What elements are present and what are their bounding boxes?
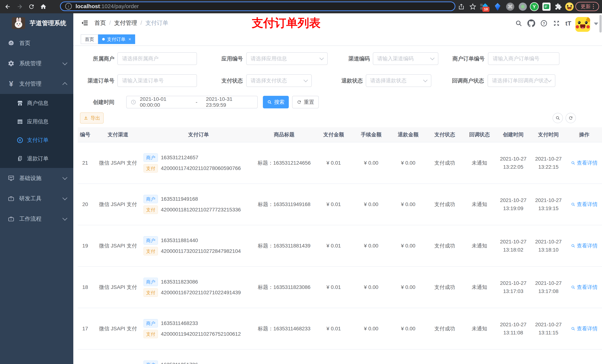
breadcrumb-section[interactable]: 支付管理 bbox=[114, 19, 137, 27]
sidebar-item-pay-order[interactable]: ¥ 支付订单 bbox=[0, 131, 73, 149]
browser-update-button[interactable]: 更新 bbox=[575, 2, 599, 11]
merchant-order-no-input[interactable] bbox=[488, 52, 559, 65]
browser-home-icon[interactable] bbox=[39, 3, 47, 11]
view-detail-link[interactable]: 查看详情 bbox=[571, 201, 598, 208]
col-header: 支付渠道 bbox=[108, 132, 129, 137]
refresh-table-button[interactable] bbox=[566, 113, 576, 123]
table-row: 20 微信 JSAPI 支付 商户1635311949168 支付4200001… bbox=[78, 184, 602, 225]
sidebar-item-merchant-info[interactable]: 商户信息 bbox=[0, 94, 73, 113]
sidebar-item-app-info[interactable]: 应用信息 bbox=[0, 113, 73, 131]
app-select[interactable]: 请选择应用信息 bbox=[246, 52, 328, 65]
col-header: 商品标题 bbox=[274, 132, 294, 137]
github-icon[interactable] bbox=[527, 19, 536, 28]
col-header: 手续金额 bbox=[361, 132, 382, 137]
pay-tag: 支付 bbox=[143, 288, 158, 297]
search-icon bbox=[571, 161, 575, 165]
yen-icon: ¥ bbox=[7, 80, 15, 87]
browser-back-icon[interactable] bbox=[4, 3, 12, 11]
breadcrumb-home[interactable]: 首页 bbox=[94, 19, 106, 27]
sidebar-item-label: 退款订单 bbox=[27, 155, 49, 162]
pay-status-select[interactable]: 请选择支付状态 bbox=[246, 74, 312, 87]
extensions-puzzle-icon[interactable] bbox=[554, 2, 563, 11]
sidebar-item-label: 应用信息 bbox=[27, 118, 49, 125]
font-size-icon[interactable]: tT bbox=[564, 19, 573, 28]
view-detail-link[interactable]: 查看详情 bbox=[571, 159, 598, 166]
refund-status-select[interactable]: 请选择退款状态 bbox=[366, 74, 431, 87]
extension-balloon-icon[interactable] bbox=[493, 2, 502, 11]
bookmark-star-icon[interactable] bbox=[469, 3, 477, 11]
brand-title: 芋道管理系统 bbox=[30, 19, 66, 27]
reset-button[interactable]: 重置 bbox=[292, 96, 319, 108]
sidebar-item-payment[interactable]: ¥ 支付管理 bbox=[0, 74, 73, 94]
close-icon[interactable]: × bbox=[129, 37, 131, 42]
filter-label: 创建时间 bbox=[73, 96, 114, 108]
sidebar-item-label: 工作流程 bbox=[19, 215, 42, 223]
share-icon[interactable] bbox=[457, 3, 465, 11]
extension-raindrop-icon[interactable]: 10 bbox=[479, 2, 488, 11]
chevron-down-icon bbox=[62, 216, 67, 221]
view-detail-link[interactable]: 查看详情 bbox=[571, 242, 598, 249]
breadcrumb: 首页 / 支付管理 / 支付订单 bbox=[94, 13, 168, 32]
extension-command-icon[interactable]: ⌘ bbox=[506, 2, 515, 11]
filter-label: 渠道编码 bbox=[325, 52, 370, 65]
tab-pay-order[interactable]: 支付订单 × bbox=[98, 34, 135, 44]
browser-forward-icon[interactable] bbox=[16, 3, 24, 11]
chevron-down-icon bbox=[303, 78, 308, 82]
orders-table: 编号 支付渠道 支付订单 商品标题 支付金额 手续金额 退款金额 支付状态 回调… bbox=[78, 127, 602, 364]
channel-order-no-input[interactable] bbox=[117, 74, 197, 87]
site-info-icon[interactable]: i bbox=[65, 3, 72, 10]
brand-logo-rabbit bbox=[12, 17, 25, 29]
sidebar-item-refund-order[interactable]: 退款订单 bbox=[0, 149, 73, 168]
browser-menu-icon[interactable] bbox=[593, 4, 594, 9]
col-header: 退款金额 bbox=[398, 132, 419, 137]
table-row: 17 微信 JSAPI 支付 商户1635311468233 支付4200001… bbox=[78, 308, 602, 349]
help-icon[interactable]: ? bbox=[539, 19, 548, 28]
avatar-dropdown-caret[interactable] bbox=[594, 22, 598, 25]
sidebar-item-dev-tools[interactable]: 研发工具 bbox=[0, 188, 73, 209]
export-button[interactable]: 导出 bbox=[80, 113, 104, 124]
search-icon bbox=[267, 100, 272, 104]
view-detail-link[interactable]: 查看详情 bbox=[571, 284, 598, 291]
extension-chat-icon[interactable] bbox=[542, 2, 551, 11]
browser-reload-icon[interactable] bbox=[27, 3, 35, 11]
user-avatar[interactable] bbox=[575, 17, 590, 32]
payment-submenu: 商户信息 应用信息 ¥ 支付订单 退款订单 bbox=[0, 94, 73, 168]
chevron-down-icon bbox=[62, 195, 67, 200]
pay-tag: 支付 bbox=[143, 330, 158, 338]
merchant-tag: 商户 bbox=[143, 153, 158, 162]
yen-circle-icon: ¥ bbox=[16, 137, 24, 144]
header-search-icon[interactable] bbox=[514, 19, 523, 28]
notify-status-select[interactable]: 请选择订单回调商户状态 bbox=[488, 74, 555, 87]
merchant-tag: 商户 bbox=[143, 319, 158, 328]
view-detail-link[interactable]: 查看详情 bbox=[571, 325, 598, 332]
page-scrollbar[interactable] bbox=[599, 15, 602, 32]
table-row-partial: 商户1635311251736 bbox=[78, 349, 602, 364]
tags-view-bar: 首页 支付订单 × bbox=[73, 32, 602, 46]
create-time-range-picker[interactable]: 2021-10-01 00:00:00 - 2021-10-31 23:59:5… bbox=[126, 96, 258, 108]
extension-gray-green-icon[interactable] bbox=[518, 2, 527, 11]
briefcase-icon bbox=[7, 216, 15, 222]
download-icon bbox=[84, 116, 88, 120]
sidebar-item-label: 支付管理 bbox=[19, 80, 42, 88]
toggle-search-button[interactable] bbox=[553, 113, 563, 123]
hamburger-fold-icon[interactable] bbox=[81, 19, 88, 27]
search-icon bbox=[571, 244, 575, 248]
search-icon bbox=[571, 202, 575, 207]
channel-code-select[interactable]: 请输入渠道编码 bbox=[373, 52, 438, 65]
sidebar-item-infrastructure[interactable]: 基础设施 bbox=[0, 168, 73, 188]
merchant-input[interactable] bbox=[117, 52, 197, 65]
svg-text:¥: ¥ bbox=[19, 138, 21, 142]
dashboard-icon bbox=[7, 40, 15, 46]
tab-home[interactable]: 首页 bbox=[81, 34, 98, 44]
extension-y-icon[interactable]: Y bbox=[530, 2, 539, 11]
col-header: 支付金额 bbox=[323, 132, 344, 137]
fullscreen-icon[interactable] bbox=[552, 19, 561, 28]
browser-profile-avatar[interactable] bbox=[565, 2, 574, 11]
filter-label: 支付状态 bbox=[198, 74, 243, 87]
sidebar-item-system[interactable]: 系统管理 bbox=[0, 53, 73, 74]
table-header-row: 编号 支付渠道 支付订单 商品标题 支付金额 手续金额 退款金额 支付状态 回调… bbox=[78, 127, 602, 142]
sidebar-item-workflow[interactable]: 工作流程 bbox=[0, 209, 73, 229]
sidebar-item-home[interactable]: 首页 bbox=[0, 33, 73, 53]
address-bar[interactable]: i localhost:1024/pay/order bbox=[60, 1, 455, 11]
search-button[interactable]: 搜索 bbox=[263, 96, 289, 108]
